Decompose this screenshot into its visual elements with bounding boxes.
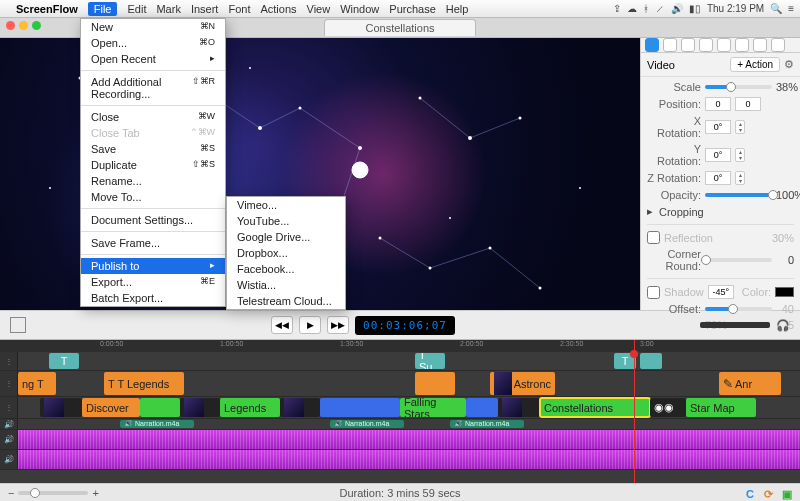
menu-item[interactable]: Open...⌘O	[81, 35, 225, 51]
track-1[interactable]: ⋮TT SuT	[0, 352, 800, 371]
timeline-clip[interactable]: ng T	[18, 372, 56, 395]
reflection-checkbox[interactable]	[647, 231, 660, 244]
timeline-clip[interactable]: T T Legends	[104, 372, 184, 395]
inspector-tab-video[interactable]	[645, 38, 659, 52]
xrot-input[interactable]	[705, 120, 731, 134]
position-y-input[interactable]	[735, 97, 761, 111]
timeline-ruler[interactable]: 0:00:50 1:00:50 1:30:50 2:00:50 2:30:50 …	[0, 340, 800, 352]
zoom-out-icon[interactable]: −	[8, 487, 14, 499]
submenu-item[interactable]: Telestream Cloud...	[227, 293, 345, 309]
timeline-clip[interactable]	[466, 398, 498, 417]
disclosure-icon[interactable]: ▸	[647, 205, 655, 218]
zoom-window-icon[interactable]	[32, 21, 41, 30]
zoom-slider[interactable]	[18, 491, 88, 495]
menu-view[interactable]: View	[307, 3, 331, 15]
menu-item[interactable]: Publish to▸	[81, 258, 225, 274]
yrot-stepper[interactable]: ▴▾	[735, 148, 745, 162]
menu-window[interactable]: Window	[340, 3, 379, 15]
zrot-input[interactable]	[705, 171, 731, 185]
menu-item[interactable]: New⌘N	[81, 19, 225, 35]
timeline-clip[interactable]	[320, 398, 400, 417]
xrot-stepper[interactable]: ▴▾	[735, 120, 745, 134]
volume-icon[interactable]: 🔊	[671, 3, 683, 14]
menu-item[interactable]: Add Additional Recording...⇧⌘R	[81, 74, 225, 102]
zrot-stepper[interactable]: ▴▾	[735, 171, 745, 185]
track-header[interactable]: 🔊	[0, 419, 18, 429]
action-icon[interactable]: ▣	[782, 488, 792, 498]
timeline-clip[interactable]: Star Map	[686, 398, 756, 417]
add-action-button[interactable]: + Action	[730, 57, 780, 72]
timeline-clip[interactable]: T Su	[415, 353, 445, 369]
shadow-checkbox[interactable]	[647, 286, 660, 299]
playhead[interactable]	[634, 340, 635, 483]
menu-file[interactable]: File	[88, 2, 118, 16]
menu-item[interactable]: Duplicate⇧⌘S	[81, 157, 225, 173]
inspector-tab-screen[interactable]	[681, 38, 695, 52]
menu-item[interactable]: Export...⌘E	[81, 274, 225, 290]
inspector-tab-text[interactable]	[753, 38, 767, 52]
timeline-clip[interactable]: ◉◉	[650, 398, 686, 417]
offset-slider[interactable]	[705, 307, 772, 311]
menu-item[interactable]: Save Frame...	[81, 235, 225, 251]
menu-item[interactable]: Save⌘S	[81, 141, 225, 157]
timeline-clip[interactable]	[40, 398, 82, 417]
timeline-clip[interactable]	[180, 398, 220, 417]
bluetooth-icon[interactable]: ᚼ	[643, 3, 649, 14]
menu-item[interactable]: Rename...	[81, 173, 225, 189]
menu-help[interactable]: Help	[446, 3, 469, 15]
track-audio-2[interactable]: 🔊	[0, 450, 800, 470]
menu-font[interactable]: Font	[228, 3, 250, 15]
timeline-clip[interactable]	[498, 398, 540, 417]
menu-item[interactable]: Move To...	[81, 189, 225, 205]
battery-icon[interactable]: ▮▯	[689, 3, 701, 14]
shadow-color-swatch[interactable]	[775, 287, 794, 297]
minimize-window-icon[interactable]	[19, 21, 28, 30]
scale-slider[interactable]	[705, 85, 772, 89]
track-narration[interactable]: 🔊🔊 Narration.m4a🔊 Narration.m4a🔊 Narrati…	[0, 419, 800, 430]
timeline-clip[interactable]	[640, 353, 662, 369]
inspector-tab-audio[interactable]	[663, 38, 677, 52]
dropbox-icon[interactable]: ⇪	[613, 3, 621, 14]
corner-slider[interactable]	[705, 258, 772, 262]
timeline-clip[interactable]: Astronc	[490, 372, 555, 395]
track-header[interactable]: 🔊	[0, 450, 18, 469]
cropping-label[interactable]: Cropping	[659, 206, 704, 218]
track-2[interactable]: ⋮ng TT T LegendsAstronc✎Anr	[0, 371, 800, 397]
submenu-item[interactable]: YouTube...	[227, 213, 345, 229]
marker-icon[interactable]: ⟳	[764, 488, 774, 498]
submenu-item[interactable]: Facebook...	[227, 261, 345, 277]
narration-clip[interactable]: 🔊 Narration.m4a	[330, 420, 404, 428]
position-x-input[interactable]	[705, 97, 731, 111]
document-tab[interactable]: Constellations	[324, 19, 475, 36]
track-header[interactable]: 🔊	[0, 430, 18, 449]
crop-tool-icon[interactable]	[10, 317, 26, 333]
menu-item[interactable]: Batch Export...	[81, 290, 225, 306]
timeline-clip[interactable]: T	[49, 353, 79, 369]
headphones-icon[interactable]: 🎧	[776, 319, 790, 332]
menu-insert[interactable]: Insert	[191, 3, 219, 15]
spotlight-icon[interactable]: 🔍	[770, 3, 782, 14]
inspector-tab-media[interactable]	[771, 38, 785, 52]
rewind-button[interactable]: ◀◀	[271, 316, 293, 334]
app-name[interactable]: ScreenFlow	[16, 3, 78, 15]
track-header[interactable]: ⋮	[0, 371, 18, 396]
yrot-input[interactable]	[705, 148, 731, 162]
timeline[interactable]: 0:00:50 1:00:50 1:30:50 2:00:50 2:30:50 …	[0, 340, 800, 483]
audio-waveform[interactable]	[18, 430, 800, 449]
timeline-clip[interactable]: ✎Anr	[719, 372, 781, 395]
menu-item[interactable]: Document Settings...	[81, 212, 225, 228]
submenu-item[interactable]: Vimeo...	[227, 197, 345, 213]
track-3[interactable]: ⋮DiscoverLegendsFalling StarsConstellati…	[0, 397, 800, 419]
inspector-tab-touch[interactable]	[717, 38, 731, 52]
menu-actions[interactable]: Actions	[260, 3, 296, 15]
inspector-tab-callout[interactable]	[699, 38, 713, 52]
submenu-item[interactable]: Wistia...	[227, 277, 345, 293]
timeline-clip[interactable]	[140, 398, 180, 417]
menu-edit[interactable]: Edit	[127, 3, 146, 15]
timeline-clip[interactable]: Legends	[220, 398, 280, 417]
opacity-slider[interactable]	[705, 193, 772, 197]
forward-button[interactable]: ▶▶	[327, 316, 349, 334]
menu-item[interactable]: Close⌘W	[81, 109, 225, 125]
menu-purchase[interactable]: Purchase	[389, 3, 435, 15]
gear-icon[interactable]: ⚙︎	[784, 58, 794, 71]
